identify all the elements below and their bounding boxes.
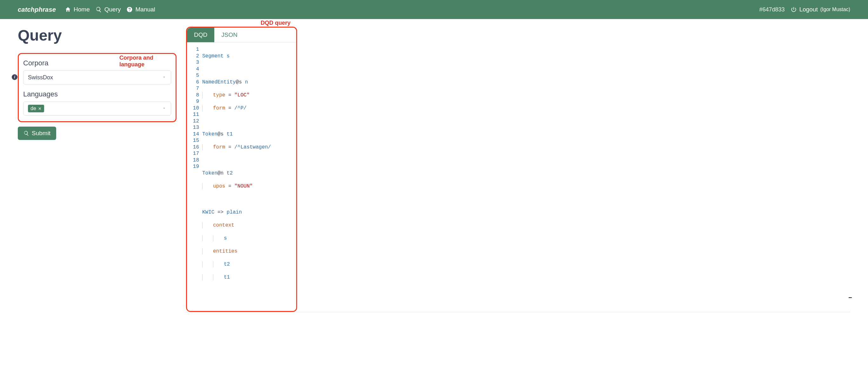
power-icon bbox=[790, 6, 797, 13]
submit-search-icon bbox=[24, 130, 29, 136]
languages-label: Languages bbox=[23, 90, 171, 98]
info-icon[interactable]: i bbox=[12, 74, 18, 80]
editor-tabs: DQD JSON bbox=[187, 28, 296, 42]
help-icon bbox=[126, 6, 133, 13]
language-chip-label: de bbox=[30, 106, 36, 111]
tab-json[interactable]: JSON bbox=[214, 28, 245, 42]
right-column: DQD query DQD JSON 123456789101112131415… bbox=[186, 27, 850, 312]
brand-logo[interactable]: catchphrase bbox=[18, 6, 56, 13]
corpora-label: Corpora bbox=[23, 59, 171, 67]
chevron-down-icon bbox=[162, 105, 166, 112]
logout-user: (Igor Mustac) bbox=[820, 7, 850, 12]
logout-link[interactable]: Logout (Igor Mustac) bbox=[790, 6, 850, 13]
nav-manual[interactable]: Manual bbox=[126, 6, 155, 13]
corpora-selected-value: SwissDox bbox=[28, 74, 53, 81]
navbar: catchphrase Home Query Manual #647d833 L… bbox=[0, 0, 868, 19]
language-chip-de[interactable]: de ✕ bbox=[28, 105, 44, 112]
nav-manual-label: Manual bbox=[135, 6, 155, 13]
search-icon bbox=[96, 6, 102, 13]
home-icon bbox=[65, 6, 71, 13]
nav-query[interactable]: Query bbox=[96, 6, 121, 13]
tab-dqd[interactable]: DQD bbox=[187, 28, 214, 42]
logout-label: Logout bbox=[799, 6, 818, 13]
submit-label: Submit bbox=[32, 130, 51, 137]
chip-remove-icon[interactable]: ✕ bbox=[38, 106, 41, 111]
line-gutter: 12345678910111213141516171819 bbox=[187, 46, 202, 306]
corpora-select[interactable]: SwissDox bbox=[23, 70, 171, 85]
build-hash: #647d833 bbox=[760, 6, 785, 13]
code-editor[interactable]: 12345678910111213141516171819 Segment s … bbox=[187, 42, 296, 306]
dqd-editor-box: DQD JSON 12345678910111213141516171819 S… bbox=[186, 27, 297, 312]
scroll-indicator bbox=[849, 297, 852, 298]
corpora-language-box: i Corpora SwissDox Languages de ✕ bbox=[18, 53, 177, 122]
nav-home[interactable]: Home bbox=[65, 6, 90, 13]
chevron-down-icon bbox=[162, 74, 166, 81]
nav-home-label: Home bbox=[74, 6, 90, 13]
nav-query-label: Query bbox=[104, 6, 121, 13]
nav-items: Home Query Manual bbox=[65, 6, 155, 13]
page-title: Query bbox=[18, 27, 177, 44]
annotation-dqd: DQD query bbox=[261, 20, 290, 26]
left-column: Query Corpora and language i Corpora Swi… bbox=[18, 27, 177, 140]
code-content: Segment s NamedEntity@s n type = "LOC" f… bbox=[202, 46, 271, 306]
submit-button[interactable]: Submit bbox=[18, 127, 56, 140]
languages-select[interactable]: de ✕ bbox=[23, 102, 171, 115]
